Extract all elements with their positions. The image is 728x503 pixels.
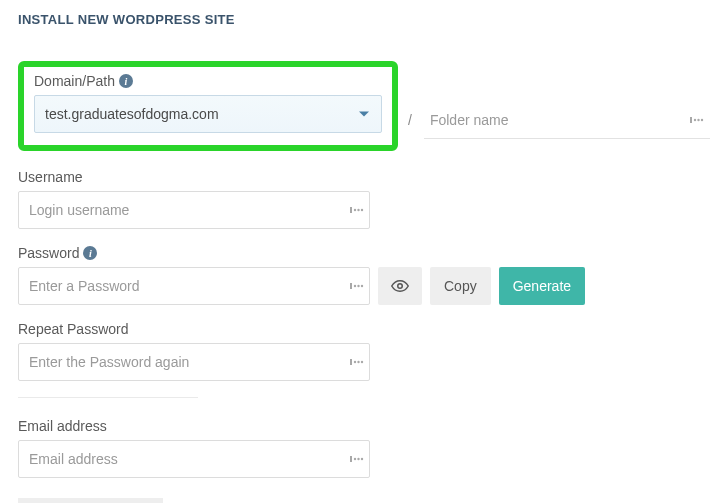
page-title: INSTALL NEW WORDPRESS SITE: [18, 12, 710, 27]
email-block: Email address: [18, 418, 710, 478]
info-icon[interactable]: i: [83, 246, 97, 260]
domain-selected-value: test.graduatesofdogma.com: [45, 106, 219, 122]
username-input-wrap: [18, 191, 370, 229]
section-divider: [18, 397, 198, 398]
password-block: Password i Copy Generate: [18, 245, 710, 305]
domain-path-label-text: Domain/Path: [34, 73, 115, 89]
username-label: Username: [18, 169, 710, 185]
domain-select[interactable]: test.graduatesofdogma.com: [34, 95, 382, 133]
email-label: Email address: [18, 418, 710, 434]
password-row: Copy Generate: [18, 267, 710, 305]
toggle-password-visibility-button[interactable]: [378, 267, 422, 305]
folder-section: /: [406, 101, 710, 151]
svg-point-12: [398, 284, 403, 289]
repeat-password-label: Repeat Password: [18, 321, 710, 337]
username-input[interactable]: [18, 191, 370, 229]
domain-highlight: Domain/Path i test.graduatesofdogma.com: [18, 61, 398, 151]
password-label-text: Password: [18, 245, 79, 261]
domain-path-label: Domain/Path i: [34, 73, 382, 89]
password-label: Password i: [18, 245, 710, 261]
path-separator: /: [406, 112, 414, 128]
install-wordpress-button[interactable]: Install WordPress: [18, 498, 163, 503]
username-block: Username: [18, 169, 710, 229]
folder-input-wrap: [424, 101, 710, 139]
info-icon[interactable]: i: [119, 74, 133, 88]
generate-password-button[interactable]: Generate: [499, 267, 585, 305]
password-input[interactable]: [18, 267, 370, 305]
domain-path-row: Domain/Path i test.graduatesofdogma.com …: [18, 61, 710, 151]
copy-password-button[interactable]: Copy: [430, 267, 491, 305]
folder-name-input[interactable]: [424, 101, 710, 139]
email-input[interactable]: [18, 440, 370, 478]
repeat-password-input-wrap: [18, 343, 370, 381]
password-input-wrap: [18, 267, 370, 305]
eye-icon: [391, 277, 409, 295]
email-input-wrap: [18, 440, 370, 478]
repeat-password-input[interactable]: [18, 343, 370, 381]
repeat-password-block: Repeat Password: [18, 321, 710, 381]
